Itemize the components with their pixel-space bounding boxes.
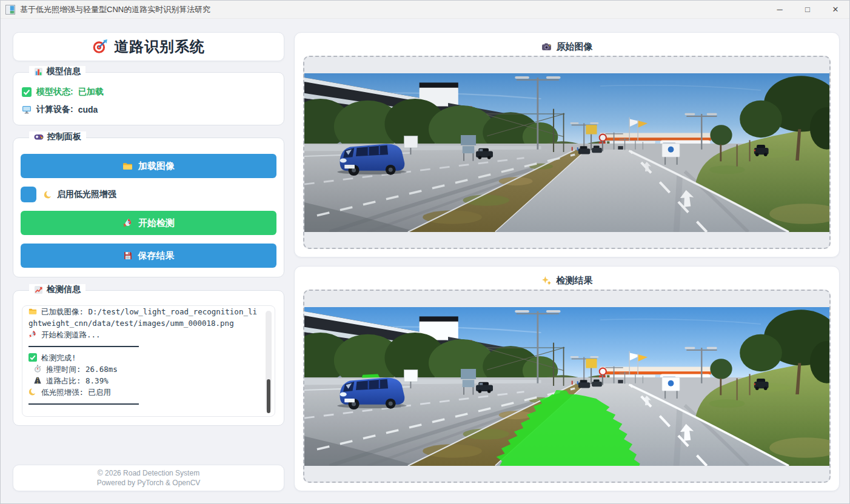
app-icon xyxy=(5,5,15,15)
result-image-dropzone xyxy=(303,290,831,483)
log-line: 推理时间: 26.68ms xyxy=(28,363,259,375)
original-panel-title: 原始图像 xyxy=(557,41,593,53)
detection-info-title: 检测信息 xyxy=(47,284,81,295)
road-icon xyxy=(33,376,42,385)
low-light-checkbox-label: 启用低光照增强 xyxy=(44,189,116,200)
model-info-group: 模型信息 模型状态: 已加载 xyxy=(13,72,284,125)
model-status-value: 已加载 xyxy=(78,87,104,98)
app-window: 基于低光照增强与轻量型CNN的道路实时识别算法研究 ─ □ ✕ 道路识别系统 xyxy=(0,0,850,504)
check-icon xyxy=(22,87,32,97)
folder-icon xyxy=(28,307,37,316)
close-button[interactable]: ✕ xyxy=(822,1,849,19)
maximize-button[interactable]: □ xyxy=(794,1,822,19)
save-results-button[interactable]: 保存结果 xyxy=(21,244,276,268)
sidebar: 道路识别系统 模型信息 xyxy=(13,32,284,491)
original-image-panel: 原始图像 xyxy=(294,32,840,257)
footer-card: © 2026 Road Detection System Powered by … xyxy=(13,465,284,491)
rocket-icon xyxy=(28,330,37,339)
log-line: 道路占比: 8.39% xyxy=(28,375,259,386)
footer-powered-by: Powered by PyTorch & OpenCV xyxy=(97,479,201,487)
control-panel-group: 控制面板 加载图像 启用低光照增强 xyxy=(13,138,284,277)
device-value: cuda xyxy=(78,105,98,114)
log-line: 低光照增强: 已启用 xyxy=(28,386,259,398)
log-separator xyxy=(28,346,139,347)
log-scrollbar-track[interactable] xyxy=(266,311,272,411)
bar-chart-icon xyxy=(34,67,43,76)
app-title: 道路识别系统 xyxy=(114,37,205,56)
camera-icon xyxy=(541,42,552,52)
result-image-panel: 检测结果 xyxy=(294,266,840,491)
model-info-title: 模型信息 xyxy=(47,66,81,77)
original-image-dropzone xyxy=(303,56,831,249)
main-area: 原始图像 xyxy=(294,32,840,491)
chart-line-icon xyxy=(34,285,43,294)
window-title: 基于低光照增强与轻量型CNN的道路实时识别算法研究 xyxy=(20,4,766,15)
moon-icon xyxy=(28,388,37,396)
device-label: 计算设备: xyxy=(36,104,73,115)
model-status-row: 模型状态: 已加载 xyxy=(22,86,275,98)
footer-copyright: © 2026 Road Detection System xyxy=(98,469,199,477)
save-icon xyxy=(123,251,133,260)
log-line: 检测完成! xyxy=(28,352,259,363)
load-image-button[interactable]: 加载图像 xyxy=(21,154,276,178)
gamepad-icon xyxy=(34,132,44,142)
result-road-image xyxy=(304,307,829,466)
target-icon xyxy=(92,39,108,55)
log-scrollbar-thumb[interactable] xyxy=(267,379,270,413)
log-separator xyxy=(28,403,139,405)
folder-icon xyxy=(122,161,133,171)
sparkles-icon xyxy=(541,276,552,286)
rocket-icon xyxy=(122,218,133,228)
app-title-card: 道路识别系统 xyxy=(13,32,284,61)
model-status-label: 模型状态: xyxy=(36,87,73,98)
detection-info-group: 检测信息 已加载图像: D:/test/low_light_road_recog… xyxy=(13,290,284,426)
original-road-image xyxy=(304,73,829,232)
check-icon xyxy=(28,353,37,362)
detection-log[interactable]: 已加载图像: D:/test/low_light_road_recognitio… xyxy=(22,305,275,417)
titlebar[interactable]: 基于低光照增强与轻量型CNN的道路实时识别算法研究 ─ □ ✕ xyxy=(1,1,849,19)
log-line: 已加载图像: D:/test/low_light_road_recognitio… xyxy=(28,306,259,329)
low-light-checkbox[interactable] xyxy=(21,187,36,202)
monitor-icon xyxy=(22,105,32,114)
stopwatch-icon xyxy=(33,365,42,373)
minimize-button[interactable]: ─ xyxy=(766,1,794,19)
start-detection-button[interactable]: 开始检测 xyxy=(21,211,276,235)
moon-icon xyxy=(44,190,53,199)
control-panel-title: 控制面板 xyxy=(47,131,81,142)
log-line: 开始检测道路... xyxy=(28,329,259,340)
result-panel-title: 检测结果 xyxy=(557,275,593,287)
device-row: 计算设备: cuda xyxy=(22,104,275,116)
